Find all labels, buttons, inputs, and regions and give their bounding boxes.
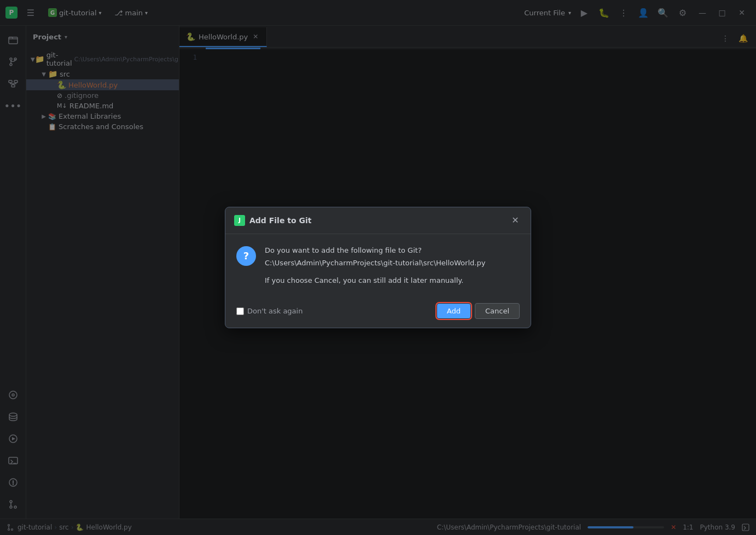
cancel-button[interactable]: Cancel [475,303,520,319]
add-button[interactable]: Add [437,304,470,318]
dont-ask-checkbox[interactable] [236,307,244,315]
modal-footer: Don't ask again Add Cancel [225,296,531,328]
modal-text: Do you want to add the following file to… [265,245,520,288]
modal-close-button[interactable]: ✕ [509,214,522,227]
modal-titlebar: J Add File to Git ✕ [225,207,531,234]
question-icon: ? [236,246,256,266]
modal-line1: Do you want to add the following file to… [265,245,520,256]
modal-overlay: J Add File to Git ✕ ? Do you want to add… [0,0,756,535]
modal-filepath: C:\Users\Admin\PycharmProjects\git-tutor… [265,258,520,269]
modal-title-text: Add File to Git [249,216,504,225]
dont-ask-text: Don't ask again [247,307,303,315]
dont-ask-label[interactable]: Don't ask again [236,307,303,315]
modal-hint: If you choose Cancel, you can still add … [265,275,520,286]
add-file-dialog: J Add File to Git ✕ ? Do you want to add… [225,207,531,329]
modal-title-icon: J [234,215,245,226]
modal-body: ? Do you want to add the following file … [225,234,531,297]
modal-close-icon: ✕ [511,215,519,225]
